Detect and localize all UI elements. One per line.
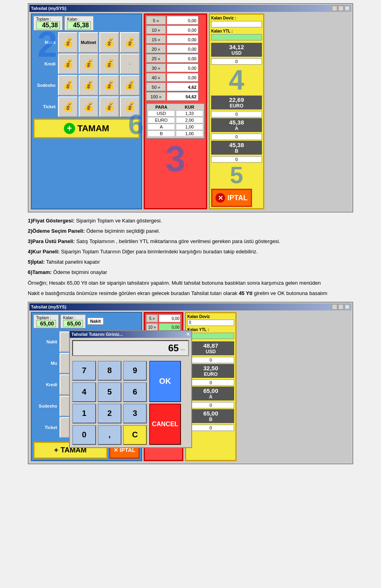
second-main-window: Tahsilat (mySYS) _ □ ✕ Tahsilat Tutarını…	[28, 302, 353, 464]
line5-rest: Tahsilat panelini kapatır	[46, 259, 100, 265]
num-btn-7[interactable]: 7	[72, 361, 96, 381]
num-btn-8[interactable]: 8	[98, 361, 121, 381]
second-window-controls: _ □ ✕	[332, 304, 350, 310]
bag-icon-s3: 💰	[104, 80, 115, 90]
explanation-line5: 5)İptal: Tahsilat panelini kapatır	[28, 258, 353, 266]
bag-icon-t2: 💰	[83, 102, 94, 112]
minimize-button[interactable]: _	[332, 6, 337, 11]
tamam-button[interactable]: + TAMAM	[33, 119, 140, 138]
nakit-row: Nakit 💰 Multinet 💰 💰	[33, 32, 140, 53]
num-btn-9[interactable]: 9	[123, 361, 147, 381]
s-mu-label: Mu	[35, 361, 59, 366]
s-a-name: A	[188, 394, 233, 400]
kredi-cell-4[interactable]: ·	[120, 54, 140, 74]
num-btn-3[interactable]: 3	[123, 404, 147, 423]
num-btn-4[interactable]: 4	[72, 382, 96, 402]
s-close-button[interactable]: ✕	[344, 304, 350, 310]
close-button[interactable]: ✕	[344, 6, 350, 11]
second-titlebar: Tahsilat (mySYS) _ □ ✕	[29, 303, 352, 310]
usd-amount: 34,12	[212, 44, 261, 50]
kalan-doviz-label: Kalan Doviz :	[211, 16, 262, 20]
num-btn-6[interactable]: 6	[123, 382, 147, 402]
kredi-label: Kredi	[33, 61, 57, 66]
s-b-block: 65,00 B	[187, 409, 234, 423]
toplam-value: 45,38	[36, 21, 60, 29]
sodexho-cell-2[interactable]: 💰	[79, 75, 98, 96]
euro-amount: 22,69	[212, 96, 261, 103]
num-btn-c[interactable]: C	[123, 425, 147, 445]
kredi-cell-3[interactable]: 💰	[99, 54, 119, 74]
kalan-label: Kalan :	[67, 17, 91, 21]
sodexho-row: Sodexho 💰 💰 💰 💰	[33, 75, 140, 96]
ticket-cell-2[interactable]: 💰	[79, 96, 98, 117]
top-bar: Toplam : 45,38 Kalan : 45,38	[33, 16, 140, 31]
window-content: Toplam : 45,38 Kalan : 45,38 2 Nakit 💰	[29, 12, 352, 211]
main-title: Tahsilat (mySYS)	[31, 6, 66, 11]
num-btn-2[interactable]: 2	[98, 404, 121, 423]
kredi-cell-2[interactable]: 💰	[79, 54, 98, 74]
kur-row-a: A 1,00	[148, 124, 203, 130]
sodexho-cell-3[interactable]: 💰	[99, 75, 119, 96]
para-row-50: 50 » 4,62	[146, 82, 205, 91]
nakit-cell-1[interactable]: 💰	[58, 32, 78, 53]
s-maximize-button[interactable]: □	[338, 304, 344, 310]
s-a-block: 65,00 A	[187, 387, 234, 400]
kredi-cell-1[interactable]: 💰	[58, 54, 78, 74]
kur-row-usd: USD 1,33	[148, 110, 203, 117]
sodexho-cell-4[interactable]: 💰	[120, 75, 140, 96]
s-kredi-label: Kredi	[35, 382, 59, 387]
main-window: Tahsilat (mySYS) _ □ ✕ Toplam : 45,38 Ka…	[28, 3, 353, 213]
num-btn-comma[interactable]: ,	[98, 425, 121, 445]
s-kalan-doviz-label: Kalan Doviz	[187, 314, 234, 319]
s-usd-count: 0	[187, 357, 234, 363]
iptal-button[interactable]: ✕ IPTAL	[211, 189, 252, 207]
kur-para-b: B	[148, 130, 175, 137]
bag-icon-green-3: 💰	[63, 59, 73, 69]
number-4-overlay: 4	[211, 66, 262, 94]
kalan-ytl-label: Kalan YTL :	[211, 29, 262, 33]
num-btn-5[interactable]: 5	[98, 382, 121, 402]
ticket-cell-1[interactable]: 💰	[58, 96, 78, 117]
ok-button[interactable]: OK	[149, 361, 181, 402]
para-value-100: 54,62	[167, 92, 198, 101]
num-btn-1[interactable]: 1	[72, 404, 96, 423]
para-label-25: 25 »	[146, 54, 166, 63]
multinet-cell-1[interactable]: 💰	[99, 32, 119, 53]
bag-icon-s4: 💰	[125, 80, 135, 90]
para-row-10: 10 » 0,00	[146, 25, 205, 34]
line2-bold: 2)Ödeme Seçim Paneli:	[28, 228, 85, 234]
maximize-button[interactable]: □	[338, 6, 344, 11]
para-label-10: 10 »	[146, 25, 166, 34]
s-toplam-box: Toplam : 65,00	[33, 314, 59, 328]
line1-bold: 1)Fiyat Göstergesi:	[28, 218, 75, 224]
para-row-15: 15 » 0,00	[146, 35, 205, 44]
explanation-line6: 6)Tamam: Ödeme biçimini onaylar	[28, 268, 353, 277]
para-row-25: 25 » 0,00	[146, 54, 205, 63]
s-kalan-ytl-value	[187, 333, 234, 339]
s-usd-block: 48,87 USD	[187, 341, 234, 355]
bag-icon-t3: 💰	[104, 102, 115, 112]
s-para-row-10: 10 » 0,00	[146, 323, 181, 331]
usd-name: USD	[212, 50, 261, 56]
euro-count: 0	[211, 111, 262, 117]
numpad-value: 65	[168, 343, 179, 354]
s-minimize-button[interactable]: _	[332, 304, 337, 310]
num-btn-0[interactable]: 0	[72, 425, 96, 445]
s-para-label-10: 10 »	[146, 323, 158, 331]
toplam-box: Toplam : 45,38	[33, 16, 63, 31]
numpad-close-icon[interactable]: ✕	[186, 332, 190, 337]
ticket-label: Ticket	[33, 104, 57, 109]
number-3-overlay: 3	[146, 141, 205, 177]
explanation-line3: 3)Para Üstü Paneli: Satış Toplamının , b…	[28, 237, 353, 246]
nakit-cell-2[interactable]: 💰	[120, 32, 140, 53]
numpad-dialog: Tahsilat Tutarını Giriniz... ✕ 65 ... 7 …	[69, 330, 192, 448]
middle-panel: 5 » 0,00 10 » 0,00 15 » 0,00 20 » 0,00 2…	[144, 13, 207, 209]
s-sodexho-label: Sodexho	[35, 404, 59, 408]
nakit-bold: 45 Ytl	[239, 290, 252, 296]
s-a-amount: 65,00	[188, 387, 233, 394]
cancel-button[interactable]: CANCEL	[149, 404, 181, 445]
ticket-cell-3[interactable]: 💰	[99, 96, 119, 117]
iptal-label: IPTAL	[227, 194, 248, 202]
sodexho-cell-1[interactable]: 💰	[58, 75, 78, 96]
s-euro-count: 0	[187, 379, 234, 386]
